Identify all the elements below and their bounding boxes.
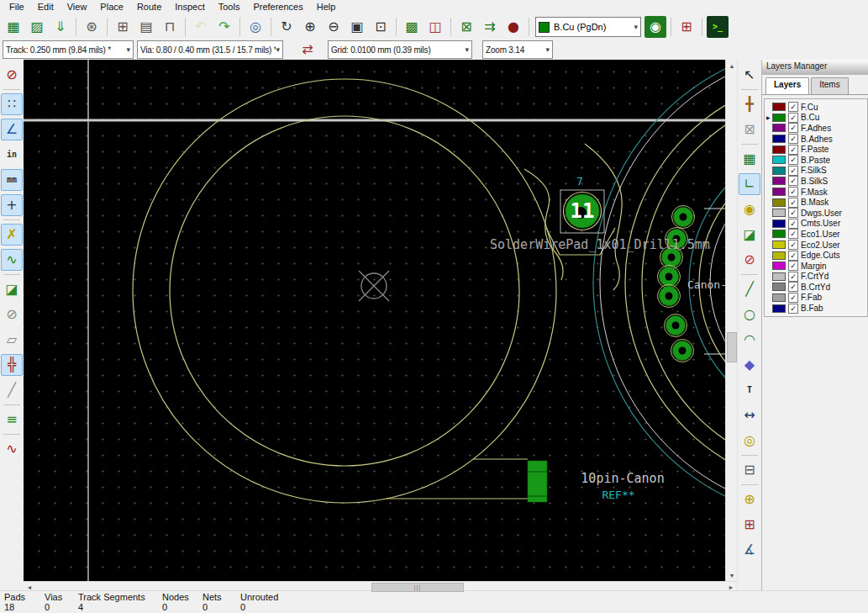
layer-visibility-checkbox[interactable]: ✓ (788, 113, 798, 123)
high-contrast-mode-button[interactable]: ≡ (1, 409, 23, 431)
zoom-out-button[interactable]: ⊖ (323, 16, 345, 38)
scroll-up-icon[interactable]: ▲ (726, 60, 738, 71)
layer-row-F.Cu[interactable]: ✓F.Cu (765, 102, 867, 113)
set-origin-button[interactable]: ◎ (739, 430, 760, 452)
page-settings-button[interactable]: ⊞ (112, 16, 134, 38)
menu-file[interactable]: File (3, 1, 31, 13)
rectangular-pad[interactable] (528, 461, 547, 502)
grid-size-selector[interactable]: Grid: 0.0100 mm (0.39 mils) ▾ (328, 40, 472, 59)
layer-visibility-checkbox[interactable]: ✓ (788, 176, 798, 186)
layer-row-F.CrtYd[interactable]: ✓F.CrtYd (765, 272, 867, 283)
layer-row-Cmts.User[interactable]: ✓Cmts.User (765, 219, 867, 230)
layer-selector[interactable]: B.Cu (PgDn)▾ (535, 17, 641, 37)
footprint-editor-button[interactable]: ▩ (401, 16, 423, 38)
drc-check-button[interactable]: ● (502, 16, 524, 38)
layer-visibility-checkbox[interactable]: ✓ (788, 198, 798, 208)
bottom-footprint-name-label[interactable]: 10pin-Canon (581, 471, 664, 486)
horizontal-scrollbar[interactable]: ◄ ► (24, 581, 737, 593)
layer-visibility-checkbox[interactable]: ✓ (788, 219, 798, 229)
bottom-footprint-ref-label[interactable]: REF** (602, 489, 634, 501)
pad-outline-mode-button[interactable]: ╬ (1, 354, 23, 376)
open-board-button[interactable]: ▨ (26, 16, 48, 38)
menu-help[interactable]: Help (310, 1, 343, 13)
print-button[interactable]: ▤ (135, 16, 157, 38)
layer-row-F.Paste[interactable]: ✓F.Paste (765, 144, 867, 155)
plot-button[interactable]: ⊓ (159, 16, 181, 38)
add-zone-button[interactable]: ◪ (739, 224, 760, 246)
layer-row-Dwgs.User[interactable]: ✓Dwgs.User (765, 208, 867, 219)
vertical-scrollbar[interactable]: ▲ ▼ (725, 60, 738, 581)
units-mm-button[interactable]: mm (1, 169, 23, 191)
vertical-scroll-thumb[interactable] (727, 332, 737, 362)
horizontal-scroll-thumb[interactable] (371, 583, 464, 592)
highlight-net-button[interactable]: ╋ (739, 93, 760, 115)
menu-view[interactable]: View (60, 1, 94, 13)
layer-visibility-checkbox[interactable]: ✓ (788, 261, 798, 271)
cursor-shape-button[interactable]: + (1, 194, 23, 216)
selected-solder-pad[interactable]: 11 7 (560, 175, 604, 233)
pcb-canvas[interactable]: 11 7 SolderWirePad_1x01_Drill1.5mm Canon… (24, 60, 725, 581)
layer-row-Eco2.User[interactable]: ✓Eco2.User (765, 240, 867, 251)
track-width-selector[interactable]: Track: 0.250 mm (9.84 mils) * ▾ (3, 40, 134, 59)
draw-circle-button[interactable]: ○ (739, 304, 760, 325)
zoom-in-button[interactable]: ⊕ (299, 16, 321, 38)
menu-inspect[interactable]: Inspect (168, 1, 211, 13)
add-via-button[interactable]: ◉ (739, 198, 760, 220)
select-tool-button[interactable]: ↖ (739, 64, 760, 86)
tab-layers[interactable]: Layers (765, 77, 809, 94)
layer-visibility-checkbox[interactable]: ✓ (788, 102, 798, 112)
track-outline-mode-button[interactable]: ╱ (1, 379, 23, 401)
layer-row-B.Fab[interactable]: ✓B.Fab (765, 303, 867, 314)
layer-visibility-checkbox[interactable]: ✓ (788, 208, 798, 218)
footprint-outline-mode-button[interactable]: ▱ (1, 329, 23, 351)
via-size-selector[interactable]: Via: 0.80 / 0.40 mm (31.5 / 15.7 mils) *… (137, 40, 283, 59)
add-text-button[interactable]: T (739, 379, 760, 401)
microwave-toolbar-button[interactable]: ∿ (1, 438, 23, 460)
menu-preferences[interactable]: Preferences (246, 1, 309, 13)
layer-visibility-checkbox[interactable]: ✓ (788, 251, 798, 261)
footprint-name-label[interactable]: SolderWirePad_1x01_Drill1.5mm (490, 237, 710, 252)
zoom-level-selector[interactable]: Zoom 3.14 ▾ (482, 40, 553, 59)
tab-items[interactable]: Items (811, 77, 848, 94)
undo-button[interactable]: ↶ (190, 16, 212, 38)
layer-row-B.CrtYd[interactable]: ✓B.CrtYd (765, 282, 867, 293)
layer-visibility-checkbox[interactable]: ✓ (788, 304, 798, 314)
menu-tools[interactable]: Tools (212, 1, 247, 13)
units-inch-button[interactable]: in (1, 144, 23, 166)
horizontal-scroll-track[interactable] (35, 582, 725, 593)
menu-edit[interactable]: Edit (31, 1, 60, 13)
redo-button[interactable]: ↷ (213, 16, 235, 38)
menu-place[interactable]: Place (93, 1, 130, 13)
layer-row-F.SilkS[interactable]: ✓F.SilkS (765, 166, 867, 177)
layer-visibility-checkbox[interactable]: ✓ (788, 229, 798, 239)
find-button[interactable]: ◎ (245, 16, 266, 38)
layer-visibility-checkbox[interactable]: ✓ (788, 293, 798, 303)
add-keepout-button[interactable]: ⊘ (739, 249, 760, 271)
draw-arc-button[interactable]: ◠ (739, 329, 760, 351)
drc-off-button[interactable]: ⊘ (1, 64, 23, 86)
layer-row-B.Mask[interactable]: ✓B.Mask (765, 197, 867, 208)
curved-ratsnest-button[interactable]: ∿ (1, 249, 23, 271)
board-setup-button[interactable]: ⊛ (81, 16, 103, 38)
net-inspector-button[interactable]: ⊠ (455, 16, 477, 38)
zoom-fit-button[interactable]: ▣ (346, 16, 368, 38)
auto-track-width-button[interactable]: ⇄ (297, 39, 318, 61)
layer-visibility-checkbox[interactable]: ✓ (788, 155, 798, 165)
update-footprints-button[interactable]: ⊞ (676, 16, 697, 38)
layer-row-Margin[interactable]: ✓Margin (765, 261, 867, 272)
zoom-selection-button[interactable]: ⊡ (370, 16, 392, 38)
ratsnest-visibility-button[interactable]: ✗ (1, 224, 23, 246)
footprint-viewer-button[interactable]: ◫ (424, 16, 446, 38)
refresh-button[interactable]: ↻ (276, 16, 297, 38)
local-ratsnest-button[interactable]: ⊠ (739, 119, 760, 140)
layer-visibility-checkbox[interactable]: ✓ (788, 145, 798, 155)
new-board-button[interactable]: ▦ (3, 16, 24, 38)
layer-visibility-checkbox[interactable]: ✓ (788, 282, 798, 292)
layer-visibility-checkbox[interactable]: ✓ (788, 134, 798, 144)
vertical-scroll-track[interactable] (726, 71, 738, 569)
menu-route[interactable]: Route (130, 1, 168, 13)
track-via-properties-button[interactable]: ◉ (644, 16, 666, 38)
route-tracks-button[interactable]: ∟ (739, 173, 760, 195)
layer-row-F.Adhes[interactable]: ✓F.Adhes (765, 123, 867, 134)
add-footprint-button[interactable]: ▦ (739, 148, 760, 170)
